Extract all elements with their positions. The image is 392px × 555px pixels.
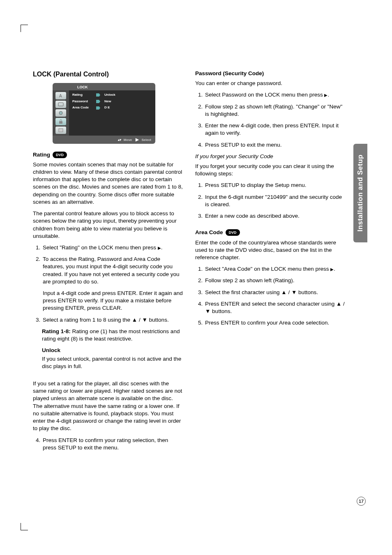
dvd-badge: DVD [226, 229, 240, 236]
list-item: Select "Area Code" on the LOCK menu then… [204, 265, 345, 273]
list-item: Follow step 2 as shown left (Rating). [204, 277, 345, 284]
list-item: Input the 6-digit number "210499" and th… [204, 193, 345, 208]
language-icon: A [55, 92, 66, 99]
osd-row-password: Password New [72, 99, 152, 104]
paragraph: You can enter or change password. [195, 80, 345, 87]
left-column: LOCK (Parental Control) LOCK A [33, 70, 183, 456]
list-item: Select the first character using ▲ / ▼ b… [204, 289, 345, 296]
svg-text:A: A [59, 94, 62, 98]
areacode-steps: Select "Area Code" on the LOCK menu then… [195, 265, 345, 327]
areacode-heading: Area Code DVD [195, 229, 240, 236]
list-item: Enter a new code as described above. [204, 212, 345, 220]
list-item: Press SETUP to display the Setup menu. [204, 182, 345, 189]
list-item: Press ENTER and select the second charac… [204, 300, 345, 315]
osd-rows: Rating Unlock Password New Area Code D E [69, 90, 155, 136]
list-item: Follow step 2 as shown left (Rating). "C… [204, 103, 345, 118]
forget-steps: Press SETUP to display the Setup menu. I… [195, 182, 345, 220]
rating-18-note: Rating 1-8: Rating one (1) has the most … [42, 328, 183, 343]
paragraph: Some movies contain scenes that may not … [33, 161, 183, 206]
svg-rect-4 [59, 129, 63, 132]
password-steps: Select Password on the LOCK menu then pr… [195, 91, 345, 148]
list-item: Press ENTER to confirm your Area code se… [204, 319, 345, 327]
osd-body: A Rating [53, 90, 155, 136]
unlock-text: If you select unlock, parental control i… [42, 355, 183, 370]
osd-screenshot: LOCK A [53, 83, 155, 144]
play-icon [324, 92, 327, 98]
display-icon [55, 101, 66, 108]
osd-footer: ▴▾ Move Select [53, 136, 155, 144]
list-item: To access the Rating, Password and Area … [42, 256, 183, 312]
osd-row-areacode: Area Code D E [72, 106, 152, 110]
osd-title: LOCK [53, 83, 155, 90]
crop-mark [21, 25, 28, 32]
list-item: Select "Rating" on the LOCK menu then pr… [42, 244, 183, 251]
page-number: 17 [357, 497, 366, 506]
chevron-right-icon [96, 106, 100, 110]
paragraph: Enter the code of the country/area whose… [195, 239, 345, 262]
page-content: LOCK (Parental Control) LOCK A [33, 70, 345, 456]
osd-icon-strip: A [53, 90, 69, 136]
unlock-heading: Unlock [42, 347, 183, 354]
play-icon [330, 266, 334, 272]
chevron-right-icon [96, 93, 100, 97]
osd-row-rating: Rating Unlock [72, 93, 152, 97]
forget-heading: If you forget your Security Code [195, 153, 345, 160]
updown-icon: ▴▾ [118, 138, 121, 142]
paragraph: Input a 4-digit code and press ENTER. En… [43, 290, 183, 312]
crop-mark [21, 523, 28, 530]
section-tab: Installation and Setup [353, 144, 367, 242]
paragraph: The parental control feature allows you … [33, 210, 183, 240]
list-item: Select a rating from 1 to 8 using the ▲ … [42, 316, 183, 324]
list-item: Enter the new 4-digit code, then press E… [204, 122, 345, 137]
password-heading: Password (Security Code) [195, 70, 345, 77]
rating-steps: Select "Rating" on the LOCK menu then pr… [33, 244, 183, 324]
audio-icon [55, 109, 66, 117]
other-icon [55, 127, 66, 134]
list-item: Press ENTER to confirm your rating selec… [42, 437, 183, 451]
play-icon [158, 244, 161, 251]
svg-rect-3 [59, 121, 62, 124]
rating-steps-cont: Press ENTER to confirm your rating selec… [33, 437, 183, 451]
heading-lock: LOCK (Parental Control) [33, 70, 183, 79]
list-item: Select Password on the LOCK menu then pr… [204, 91, 345, 99]
lock-icon [55, 118, 66, 125]
chevron-right-icon [96, 100, 100, 103]
play-icon [136, 138, 139, 142]
rating-heading: Rating DVD [33, 151, 67, 159]
svg-rect-1 [58, 103, 63, 106]
right-column: Password (Security Code) You can enter o… [195, 70, 345, 456]
list-item: Press SETUP to exit the menu. [204, 141, 345, 149]
paragraph: If you set a rating for the player, all … [33, 380, 183, 433]
dvd-badge: DVD [53, 152, 67, 158]
paragraph: If you forget your security code you can… [195, 163, 345, 177]
section-tab-label: Installation and Setup [356, 154, 364, 232]
svg-point-2 [59, 111, 62, 115]
